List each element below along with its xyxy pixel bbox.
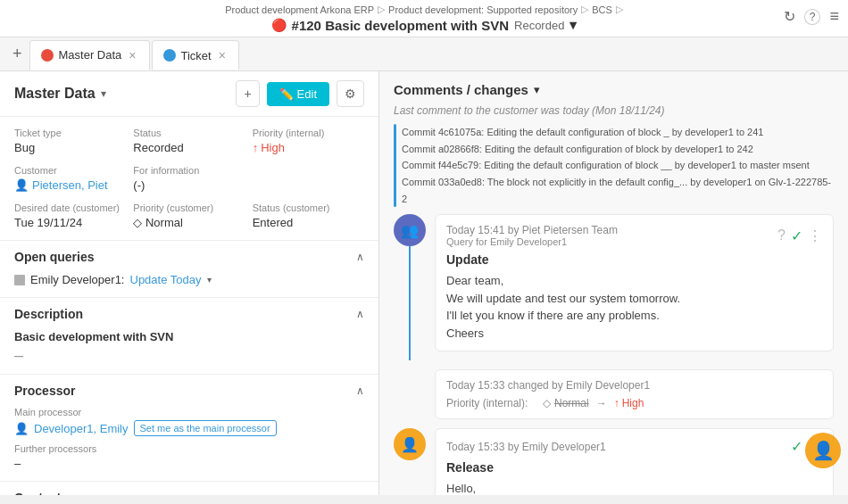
comment-1-body: Dear team, We will update and test our s…	[446, 272, 822, 342]
change-meta: Today 15:33 changed by Emily Developer1	[446, 379, 822, 392]
menu-icon[interactable]: ≡	[829, 7, 839, 26]
for-info-label: For information	[133, 165, 245, 176]
priority-arrow-icon: ↑	[253, 141, 259, 154]
processor-chevron: ∧	[356, 384, 364, 397]
breadcrumb-part3[interactable]: BCS	[592, 4, 612, 15]
refresh-icon[interactable]: ↻	[784, 8, 795, 25]
comment-1-more-icon[interactable]: ⋮	[808, 227, 822, 244]
comment-2-title: Release	[446, 460, 822, 475]
tab-master-data-icon	[41, 49, 54, 62]
description-header[interactable]: Description ∧	[0, 298, 378, 330]
status-field: Status Recorded	[133, 128, 245, 154]
commit-2: Commit a02866f8: Editing the default con…	[402, 141, 834, 158]
customer-value[interactable]: 👤 Pietersen, Piet	[14, 178, 126, 192]
status-customer-label: Status (customer)	[253, 202, 364, 213]
description-content: Basic development with SVN –	[0, 330, 378, 374]
comment-card-2: Today 15:33 by Emily Developer1 ✓ ⋮ Rele…	[435, 428, 834, 495]
further-processors-value: –	[14, 457, 364, 470]
dropdown-icon[interactable]: ▾	[569, 17, 577, 33]
top-bar-actions: ↻ ? ≡	[784, 7, 839, 26]
breadcrumb-part2[interactable]: Product development: Supported repositor…	[388, 4, 578, 15]
main-processor-label: Main processor	[14, 407, 364, 417]
priority-internal-label: Priority (internal)	[253, 128, 364, 138]
last-comment-note: Last comment to the customer was today (…	[379, 104, 848, 124]
add-tab-button[interactable]: +	[7, 37, 28, 70]
comment-1-avatar: 👥	[394, 214, 426, 246]
context-header[interactable]: Context ∧	[0, 482, 378, 495]
add-button[interactable]: +	[236, 80, 259, 107]
description-title: Description	[14, 307, 83, 321]
comment-1-check-icon[interactable]: ✓	[791, 227, 802, 244]
comment-1-header: Today 15:41 by Piet Pietersen Team Query…	[446, 224, 822, 247]
commit-4: Commit 033a0ed8: The block not explicitl…	[402, 174, 834, 207]
floating-avatar[interactable]: 👤	[805, 433, 841, 468]
timeline-bar	[394, 124, 396, 207]
change-card: Today 15:33 changed by Emily Developer1 …	[435, 369, 834, 419]
change-arrow: →	[596, 397, 607, 409]
status-customer-value: Entered	[253, 216, 364, 229]
tab-ticket-close[interactable]: ×	[217, 48, 228, 62]
tab-master-data[interactable]: Master Data ×	[29, 40, 150, 70]
breadcrumb-sep1: ▷	[378, 4, 385, 15]
tab-master-data-close[interactable]: ×	[127, 48, 137, 62]
main-layout: Master Data ▾ + ✏️ Ticket type Edit ⚙ Ti…	[0, 71, 848, 495]
set-main-processor-button[interactable]: Set me as the main processor	[134, 420, 277, 436]
status-value: Recorded	[133, 141, 245, 154]
priority-customer-field: Priority (customer) ◇ Normal	[133, 202, 245, 229]
ticket-title-text: #120 Basic development with SVN	[292, 18, 509, 33]
comment-1-question-icon[interactable]: ?	[777, 227, 786, 244]
further-processors-label: Further processors	[14, 443, 364, 454]
comment-1-query: Query for Emily Developer1	[446, 236, 770, 247]
ticket-type-field: Ticket type Bug	[14, 128, 126, 154]
ticket-title: 🔴 #120 Basic development with SVN Record…	[271, 17, 578, 33]
tab-master-data-label: Master Data	[59, 48, 122, 62]
processor-section: Processor ∧ Main processor 👤 Developer1,…	[0, 375, 378, 482]
context-title: Context	[14, 491, 61, 495]
tab-bar: + Master Data × Ticket ×	[0, 37, 848, 71]
ticket-icon: 🔴	[271, 18, 287, 32]
edit-button[interactable]: ✏️ Ticket type Edit	[267, 82, 329, 106]
open-queries-chevron: ∧	[356, 251, 364, 263]
commit-3: Commit f44e5c79: Editing the default con…	[402, 157, 834, 174]
priority-internal-value: ↑ High	[253, 141, 364, 154]
settings-button[interactable]: ⚙	[337, 80, 364, 107]
customer-label: Customer	[14, 165, 126, 176]
query-dropdown-icon[interactable]: ▾	[207, 275, 212, 285]
query-item-text: Emily Developer1:	[30, 273, 125, 286]
open-queries-title: Open queries	[14, 250, 94, 264]
comments-chevron[interactable]: ▾	[534, 83, 540, 96]
open-queries-content: Emily Developer1: Update Today ▾	[0, 273, 378, 297]
left-panel-chevron[interactable]: ▾	[101, 87, 106, 100]
open-queries-header[interactable]: Open queries ∧	[0, 241, 378, 273]
update-today-button[interactable]: Update Today	[130, 273, 202, 286]
help-icon[interactable]: ?	[804, 9, 821, 25]
desired-date-field: Desired date (customer) Tue 19/11/24	[14, 202, 126, 229]
processor-person-icon: 👤	[14, 422, 29, 435]
ticket-status: Recorded	[514, 19, 564, 32]
priority-customer-value: ◇ Normal	[133, 216, 245, 229]
comment-2-avatar: 👤	[394, 428, 426, 460]
change-from: ◇ Normal	[543, 397, 589, 409]
ticket-type-value: Bug	[14, 141, 126, 154]
customer-field: Customer 👤 Pietersen, Piet	[14, 165, 126, 192]
breadcrumb-part1[interactable]: Product development Arkona ERP	[225, 4, 374, 15]
comment-2-check-icon[interactable]: ✓	[791, 438, 802, 455]
desired-date-label: Desired date (customer)	[14, 202, 126, 213]
processor-header[interactable]: Processor ∧	[0, 375, 378, 407]
left-panel-title: Master Data	[14, 86, 96, 102]
comment-2-time: Today 15:33 by Emily Developer1	[446, 441, 784, 453]
top-bar: Product development Arkona ERP ▷ Product…	[0, 0, 848, 37]
breadcrumb-sep3: ▷	[616, 4, 623, 15]
comment-1-wrapper: 👥 Today 15:41 by Piet Pietersen Team Que…	[394, 214, 834, 360]
for-info-field: For information (-)	[133, 165, 245, 192]
left-panel: Master Data ▾ + ✏️ Ticket type Edit ⚙ Ti…	[0, 71, 379, 495]
for-info-value: (-)	[133, 178, 245, 192]
context-chevron: ∧	[356, 492, 364, 495]
comment-2-wrapper: 👤 Today 15:33 by Emily Developer1 ✓ ⋮ Re…	[394, 428, 834, 495]
change-from-icon: ◇	[543, 397, 551, 409]
fields-grid: Ticket type Bug Status Recorded Priority…	[0, 117, 378, 241]
main-processor-name: Developer1, Emily	[34, 422, 129, 435]
commit-1: Commit 4c61075a: Editing the default con…	[402, 124, 834, 141]
priority-customer-label: Priority (customer)	[133, 202, 245, 213]
tab-ticket[interactable]: Ticket ×	[152, 40, 239, 70]
